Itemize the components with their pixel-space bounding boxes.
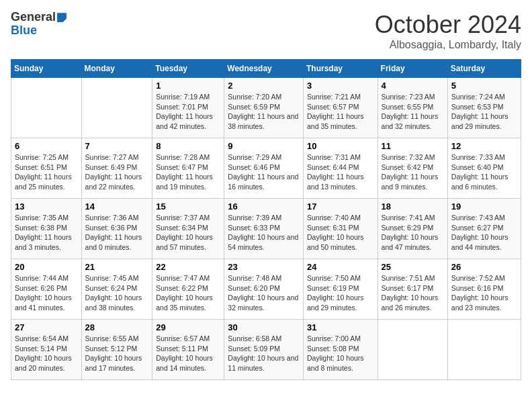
- cell-content: Sunrise: 7:48 AMSunset: 6:20 PMDaylight:…: [228, 273, 300, 313]
- cell-content: Sunrise: 7:31 AMSunset: 6:44 PMDaylight:…: [307, 152, 374, 192]
- cell-content: Sunrise: 7:40 AMSunset: 6:31 PMDaylight:…: [307, 213, 374, 253]
- day-number: 29: [156, 322, 220, 332]
- day-number: 17: [307, 201, 374, 212]
- calendar-cell: 6Sunrise: 7:25 AMSunset: 6:51 PMDaylight…: [11, 138, 82, 199]
- cell-content: Sunrise: 7:25 AMSunset: 6:51 PMDaylight:…: [15, 152, 78, 192]
- day-number: 24: [307, 262, 374, 272]
- cell-content: Sunrise: 7:19 AMSunset: 7:01 PMDaylight:…: [156, 92, 220, 132]
- calendar-cell: 20Sunrise: 7:44 AMSunset: 6:26 PMDayligh…: [11, 259, 82, 320]
- day-number: 6: [15, 141, 78, 151]
- calendar-cell: 15Sunrise: 7:37 AMSunset: 6:34 PMDayligh…: [152, 199, 224, 259]
- day-number: 3: [307, 81, 374, 91]
- calendar-week-row: 20Sunrise: 7:44 AMSunset: 6:26 PMDayligh…: [11, 259, 521, 320]
- calendar-cell: 18Sunrise: 7:41 AMSunset: 6:29 PMDayligh…: [378, 199, 447, 259]
- logo-blue-text: Blue: [11, 24, 37, 37]
- calendar-cell: 19Sunrise: 7:43 AMSunset: 6:27 PMDayligh…: [447, 199, 521, 259]
- cell-content: Sunrise: 7:36 AMSunset: 6:36 PMDaylight:…: [85, 213, 149, 253]
- cell-content: Sunrise: 7:43 AMSunset: 6:27 PMDaylight:…: [451, 213, 517, 253]
- cell-content: Sunrise: 7:23 AMSunset: 6:55 PMDaylight:…: [382, 92, 444, 132]
- cell-content: Sunrise: 7:51 AMSunset: 6:17 PMDaylight:…: [382, 273, 444, 313]
- calendar-cell: 25Sunrise: 7:51 AMSunset: 6:17 PMDayligh…: [378, 259, 447, 320]
- calendar-cell: 10Sunrise: 7:31 AMSunset: 6:44 PMDayligh…: [303, 138, 378, 199]
- cell-content: Sunrise: 7:00 AMSunset: 5:08 PMDaylight:…: [307, 334, 374, 373]
- cell-content: Sunrise: 7:35 AMSunset: 6:38 PMDaylight:…: [15, 213, 78, 253]
- day-number: 31: [307, 322, 374, 332]
- calendar-cell: 29Sunrise: 6:57 AMSunset: 5:11 PMDayligh…: [152, 320, 224, 380]
- header-day: Wednesday: [224, 60, 304, 78]
- day-number: 21: [85, 262, 149, 272]
- month-title: October 2024: [375, 11, 521, 39]
- header-day: Thursday: [303, 60, 378, 78]
- day-number: 19: [451, 201, 517, 212]
- cell-content: Sunrise: 6:57 AMSunset: 5:11 PMDaylight:…: [156, 334, 220, 373]
- day-number: 8: [156, 141, 220, 151]
- cell-content: Sunrise: 7:28 AMSunset: 6:47 PMDaylight:…: [156, 152, 220, 192]
- day-number: 26: [451, 262, 517, 272]
- calendar-cell: 4Sunrise: 7:23 AMSunset: 6:55 PMDaylight…: [378, 78, 447, 138]
- cell-content: Sunrise: 7:52 AMSunset: 6:16 PMDaylight:…: [451, 273, 517, 313]
- day-number: 30: [228, 322, 300, 332]
- day-number: 12: [451, 141, 517, 151]
- calendar-week-row: 27Sunrise: 6:54 AMSunset: 5:14 PMDayligh…: [11, 320, 521, 380]
- day-number: 9: [228, 141, 300, 151]
- day-number: 14: [85, 201, 149, 212]
- cell-content: Sunrise: 7:41 AMSunset: 6:29 PMDaylight:…: [382, 213, 444, 253]
- day-number: 25: [382, 262, 444, 272]
- header-day: Sunday: [11, 60, 82, 78]
- day-number: 2: [228, 81, 300, 91]
- day-number: 20: [15, 262, 78, 272]
- calendar-cell: 16Sunrise: 7:39 AMSunset: 6:33 PMDayligh…: [224, 199, 304, 259]
- calendar-cell: 17Sunrise: 7:40 AMSunset: 6:31 PMDayligh…: [303, 199, 378, 259]
- calendar-cell: 2Sunrise: 7:20 AMSunset: 6:59 PMDaylight…: [224, 78, 304, 138]
- calendar-cell: 26Sunrise: 7:52 AMSunset: 6:16 PMDayligh…: [447, 259, 521, 320]
- calendar-week-row: 1Sunrise: 7:19 AMSunset: 7:01 PMDaylight…: [11, 78, 521, 138]
- cell-content: Sunrise: 6:55 AMSunset: 5:12 PMDaylight:…: [85, 334, 149, 373]
- logo-general-text: General: [11, 10, 56, 24]
- day-number: 5: [451, 81, 517, 91]
- logo-icon: [57, 13, 66, 22]
- day-number: 1: [156, 81, 220, 91]
- location: Albosaggia, Lombardy, Italy: [375, 39, 521, 51]
- calendar-cell: 30Sunrise: 6:58 AMSunset: 5:09 PMDayligh…: [224, 320, 304, 380]
- page-header: General Blue October 2024 Albosaggia, Lo…: [11, 11, 521, 51]
- cell-content: Sunrise: 7:47 AMSunset: 6:22 PMDaylight:…: [156, 273, 220, 313]
- calendar-table: SundayMondayTuesdayWednesdayThursdayFrid…: [11, 59, 521, 380]
- cell-content: Sunrise: 7:21 AMSunset: 6:57 PMDaylight:…: [307, 92, 374, 132]
- calendar-cell: 27Sunrise: 6:54 AMSunset: 5:14 PMDayligh…: [11, 320, 82, 380]
- cell-content: Sunrise: 7:29 AMSunset: 6:46 PMDaylight:…: [228, 152, 300, 192]
- cell-content: Sunrise: 7:20 AMSunset: 6:59 PMDaylight:…: [228, 92, 300, 132]
- cell-content: Sunrise: 7:45 AMSunset: 6:24 PMDaylight:…: [85, 273, 149, 313]
- calendar-cell: 21Sunrise: 7:45 AMSunset: 6:24 PMDayligh…: [81, 259, 152, 320]
- day-number: 28: [85, 322, 149, 332]
- cell-content: Sunrise: 7:50 AMSunset: 6:19 PMDaylight:…: [307, 273, 374, 313]
- calendar-cell: 8Sunrise: 7:28 AMSunset: 6:47 PMDaylight…: [152, 138, 224, 199]
- cell-content: Sunrise: 7:24 AMSunset: 6:53 PMDaylight:…: [451, 92, 517, 132]
- header-day: Friday: [378, 60, 447, 78]
- calendar-cell: 5Sunrise: 7:24 AMSunset: 6:53 PMDaylight…: [447, 78, 521, 138]
- day-number: 15: [156, 201, 220, 212]
- cell-content: Sunrise: 7:32 AMSunset: 6:42 PMDaylight:…: [382, 152, 444, 192]
- cell-content: Sunrise: 6:58 AMSunset: 5:09 PMDaylight:…: [228, 334, 300, 373]
- calendar-cell: [378, 320, 447, 380]
- day-number: 16: [228, 201, 300, 212]
- day-number: 11: [382, 141, 444, 151]
- calendar-cell: 23Sunrise: 7:48 AMSunset: 6:20 PMDayligh…: [224, 259, 304, 320]
- day-number: 4: [382, 81, 444, 91]
- day-number: 10: [307, 141, 374, 151]
- calendar-week-row: 13Sunrise: 7:35 AMSunset: 6:38 PMDayligh…: [11, 199, 521, 259]
- calendar-cell: 9Sunrise: 7:29 AMSunset: 6:46 PMDaylight…: [224, 138, 304, 199]
- title-block: October 2024 Albosaggia, Lombardy, Italy: [375, 11, 521, 51]
- header-day: Tuesday: [152, 60, 224, 78]
- logo: General Blue: [11, 11, 66, 38]
- day-number: 7: [85, 141, 149, 151]
- day-number: 13: [15, 201, 78, 212]
- calendar-cell: 12Sunrise: 7:33 AMSunset: 6:40 PMDayligh…: [447, 138, 521, 199]
- calendar-cell: 3Sunrise: 7:21 AMSunset: 6:57 PMDaylight…: [303, 78, 378, 138]
- calendar-cell: 22Sunrise: 7:47 AMSunset: 6:22 PMDayligh…: [152, 259, 224, 320]
- cell-content: Sunrise: 7:39 AMSunset: 6:33 PMDaylight:…: [228, 213, 300, 253]
- cell-content: Sunrise: 7:33 AMSunset: 6:40 PMDaylight:…: [451, 152, 517, 192]
- calendar-week-row: 6Sunrise: 7:25 AMSunset: 6:51 PMDaylight…: [11, 138, 521, 199]
- header-row: SundayMondayTuesdayWednesdayThursdayFrid…: [11, 60, 521, 78]
- calendar-cell: 24Sunrise: 7:50 AMSunset: 6:19 PMDayligh…: [303, 259, 378, 320]
- header-day: Saturday: [447, 60, 521, 78]
